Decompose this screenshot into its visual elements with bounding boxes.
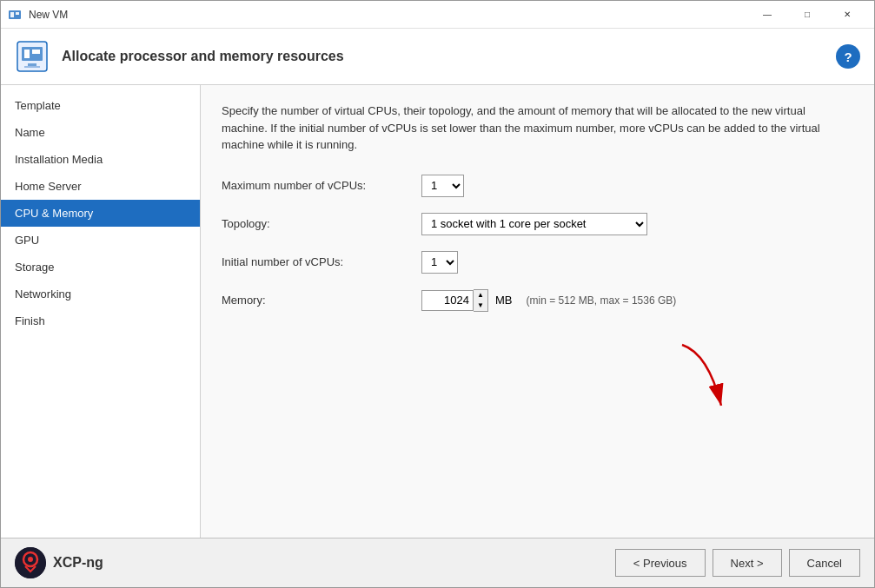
initial-vcpus-row: Initial number of vCPUs: 1 2 4 8: [222, 251, 853, 274]
initial-vcpus-control: 1 2 4 8: [421, 251, 458, 274]
sidebar-item-finish[interactable]: Finish: [1, 307, 200, 334]
svg-rect-2: [16, 12, 19, 15]
window-title: New VM: [29, 9, 747, 21]
sidebar-item-installation-media[interactable]: Installation Media: [1, 146, 200, 173]
spinbox-down-button[interactable]: ▼: [474, 301, 487, 311]
sidebar-item-storage[interactable]: Storage: [1, 254, 200, 281]
spinbox-buttons: ▲ ▼: [474, 289, 488, 312]
app-icon: [8, 8, 22, 22]
footer: XCP-ng < Previous Next > Cancel: [1, 538, 874, 587]
memory-hint: (min = 512 MB, max = 1536 GB): [527, 294, 677, 307]
max-vcpus-label: Maximum number of vCPUs:: [222, 179, 421, 192]
topology-control: 1 socket with 1 core per socket 2 socket…: [421, 213, 647, 235]
initial-vcpus-select[interactable]: 1 2 4 8: [421, 251, 458, 274]
sidebar-item-networking[interactable]: Networking: [1, 281, 200, 307]
svg-rect-6: [32, 50, 40, 54]
header-icon: [15, 39, 50, 74]
initial-vcpus-label: Initial number of vCPUs:: [222, 255, 421, 268]
sidebar-item-name[interactable]: Name: [1, 119, 200, 146]
sidebar-item-gpu[interactable]: GPU: [1, 227, 200, 254]
memory-input[interactable]: [421, 290, 474, 311]
main-content: Specify the number of virtual CPUs, thei…: [201, 85, 874, 538]
next-button[interactable]: Next >: [713, 549, 782, 577]
memory-spinbox: ▲ ▼: [421, 289, 488, 312]
memory-row: Memory: ▲ ▼ MB (min = 512 MB, max = 1536…: [222, 289, 853, 312]
memory-unit: MB: [495, 294, 513, 307]
main-wrapper: Template Name Installation Media Home Se…: [1, 85, 874, 587]
spinbox-up-button[interactable]: ▲: [474, 290, 487, 301]
header: Allocate processor and memory resources …: [1, 29, 874, 85]
sidebar-item-cpu-memory[interactable]: CPU & Memory: [1, 200, 200, 227]
topology-label: Topology:: [222, 217, 421, 230]
maximize-button[interactable]: □: [787, 1, 827, 29]
xcp-logo-icon: [15, 547, 46, 578]
topology-select[interactable]: 1 socket with 1 core per socket 2 socket…: [421, 213, 647, 235]
close-button[interactable]: ✕: [827, 1, 867, 29]
memory-control: ▲ ▼ MB (min = 512 MB, max = 1536 GB): [421, 289, 676, 312]
sidebar-item-template[interactable]: Template: [1, 92, 200, 119]
cancel-button[interactable]: Cancel: [789, 549, 860, 577]
sidebar: Template Name Installation Media Home Se…: [1, 85, 201, 538]
content-area: Template Name Installation Media Home Se…: [1, 85, 874, 538]
description: Specify the number of virtual CPUs, thei…: [222, 102, 830, 154]
help-button[interactable]: ?: [836, 44, 860, 69]
sidebar-item-home-server[interactable]: Home Server: [1, 173, 200, 200]
svg-rect-7: [28, 63, 36, 66]
max-vcpus-select[interactable]: 1 2 4 8 16: [421, 175, 464, 197]
title-bar: New VM — □ ✕: [1, 1, 874, 29]
arrow-container: [222, 327, 853, 432]
window: New VM — □ ✕ Allocate processor and memo…: [0, 0, 875, 588]
max-vcpus-control: 1 2 4 8 16: [421, 175, 464, 197]
footer-logo-text: XCP-ng: [53, 555, 103, 571]
svg-rect-8: [24, 66, 40, 68]
arrow-annotation: [656, 336, 760, 432]
window-controls: — □ ✕: [747, 1, 867, 29]
svg-rect-1: [10, 12, 14, 17]
previous-button[interactable]: < Previous: [615, 549, 706, 577]
footer-logo: XCP-ng: [15, 547, 103, 578]
memory-label: Memory:: [222, 294, 421, 307]
topology-row: Topology: 1 socket with 1 core per socke…: [222, 213, 853, 235]
svg-rect-5: [24, 50, 30, 58]
svg-point-12: [28, 557, 33, 562]
max-vcpus-row: Maximum number of vCPUs: 1 2 4 8 16: [222, 175, 853, 197]
header-title: Allocate processor and memory resources: [62, 49, 836, 64]
minimize-button[interactable]: —: [747, 1, 787, 29]
